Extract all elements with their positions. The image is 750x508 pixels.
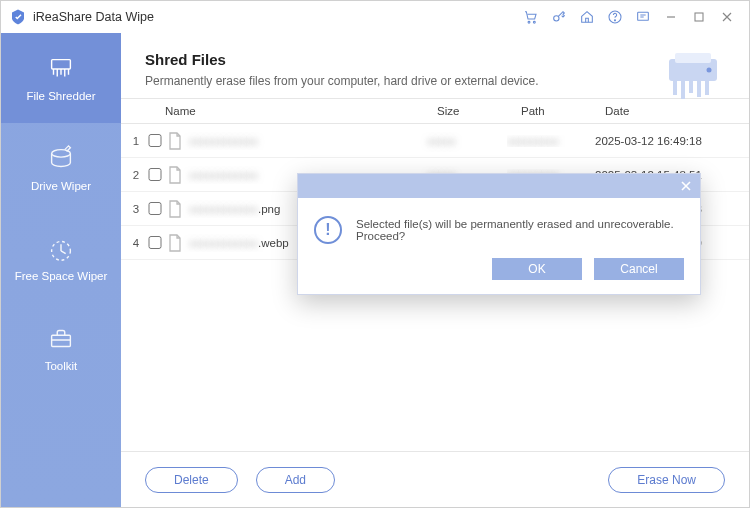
maximize-icon[interactable] <box>685 3 713 31</box>
row-checkbox[interactable] <box>147 168 163 181</box>
svg-rect-5 <box>638 12 649 20</box>
row-index: 1 <box>121 135 143 147</box>
sidebar-item-label: Toolkit <box>45 360 78 372</box>
file-icon <box>167 166 183 184</box>
svg-rect-14 <box>681 81 685 99</box>
content-area: Shred Files Permanently erase files from… <box>121 33 749 507</box>
svg-rect-13 <box>673 81 677 95</box>
sidebar-item-label: Drive Wiper <box>31 180 91 192</box>
dialog-message: Selected file(s) will be permanently era… <box>356 218 684 242</box>
svg-point-2 <box>554 16 559 21</box>
page-title: Shred Files <box>145 51 725 68</box>
content-header: Shred Files Permanently erase files from… <box>121 33 749 98</box>
dialog-titlebar <box>298 174 700 198</box>
row-checkbox[interactable] <box>147 134 163 147</box>
title-bar: iReaShare Data Wipe <box>1 1 749 33</box>
toolbox-icon <box>46 324 76 354</box>
row-checkbox[interactable] <box>147 202 163 215</box>
sidebar-item-free-space-wiper[interactable]: Free Space Wiper <box>1 213 121 303</box>
erase-now-button[interactable]: Erase Now <box>608 467 725 493</box>
sidebar-item-label: Free Space Wiper <box>15 270 108 282</box>
feedback-icon[interactable] <box>629 3 657 31</box>
row-checkbox[interactable] <box>147 236 163 249</box>
confirm-dialog: ! Selected file(s) will be permanently e… <box>297 173 701 295</box>
key-icon[interactable] <box>545 3 573 31</box>
col-date[interactable]: Date <box>605 105 749 117</box>
shredder-icon <box>46 54 76 84</box>
table-row[interactable]: 1xxxxxxxxxxxxxxxxxxxxxxxxxx2025-03-12 16… <box>121 124 749 158</box>
footer-bar: Delete Add Erase Now <box>121 451 749 507</box>
svg-rect-10 <box>52 335 71 346</box>
table-header: Name Size Path Date <box>121 98 749 124</box>
row-index: 4 <box>121 237 143 249</box>
svg-rect-7 <box>52 60 71 69</box>
cell-date: 2025-03-12 16:49:18 <box>595 135 749 147</box>
svg-point-18 <box>707 68 712 73</box>
sidebar-item-label: File Shredder <box>26 90 95 102</box>
col-size[interactable]: Size <box>437 105 521 117</box>
cart-icon[interactable] <box>517 3 545 31</box>
sidebar-item-toolkit[interactable]: Toolkit <box>1 303 121 393</box>
drive-icon <box>46 144 76 174</box>
minimize-icon[interactable] <box>657 3 685 31</box>
close-icon[interactable] <box>713 3 741 31</box>
home-icon[interactable] <box>573 3 601 31</box>
dialog-close-icon[interactable] <box>672 174 700 198</box>
dialog-ok-button[interactable]: OK <box>492 258 582 280</box>
shredder-illustration-icon <box>663 49 723 105</box>
cell-name: xxxxxxxxxxxx <box>167 132 427 150</box>
delete-button[interactable]: Delete <box>145 467 238 493</box>
col-name[interactable]: Name <box>165 105 437 117</box>
svg-point-4 <box>614 20 615 21</box>
svg-rect-17 <box>705 81 709 95</box>
timer-icon <box>46 234 76 264</box>
svg-rect-16 <box>697 81 701 97</box>
sidebar-item-file-shredder[interactable]: File Shredder <box>1 33 121 123</box>
warning-icon: ! <box>314 216 342 244</box>
col-path[interactable]: Path <box>521 105 605 117</box>
page-subtitle: Permanently erase files from your comput… <box>145 74 725 88</box>
add-button[interactable]: Add <box>256 467 335 493</box>
cell-path: xxxxxxxxx <box>507 135 595 147</box>
sidebar-item-drive-wiper[interactable]: Drive Wiper <box>1 123 121 213</box>
help-icon[interactable] <box>601 3 629 31</box>
file-icon <box>167 234 183 252</box>
svg-rect-12 <box>675 53 711 63</box>
file-icon <box>167 200 183 218</box>
svg-point-1 <box>533 21 535 23</box>
row-index: 2 <box>121 169 143 181</box>
cell-size: xxxxx <box>427 135 507 147</box>
file-icon <box>167 132 183 150</box>
row-index: 3 <box>121 203 143 215</box>
dialog-cancel-button[interactable]: Cancel <box>594 258 684 280</box>
app-logo-icon <box>9 8 27 26</box>
main-area: File Shredder Drive Wiper Free Space Wip… <box>1 33 749 507</box>
svg-rect-6 <box>695 13 703 21</box>
app-title: iReaShare Data Wipe <box>33 10 154 24</box>
sidebar: File Shredder Drive Wiper Free Space Wip… <box>1 33 121 507</box>
svg-rect-15 <box>689 81 693 93</box>
svg-point-0 <box>528 21 530 23</box>
